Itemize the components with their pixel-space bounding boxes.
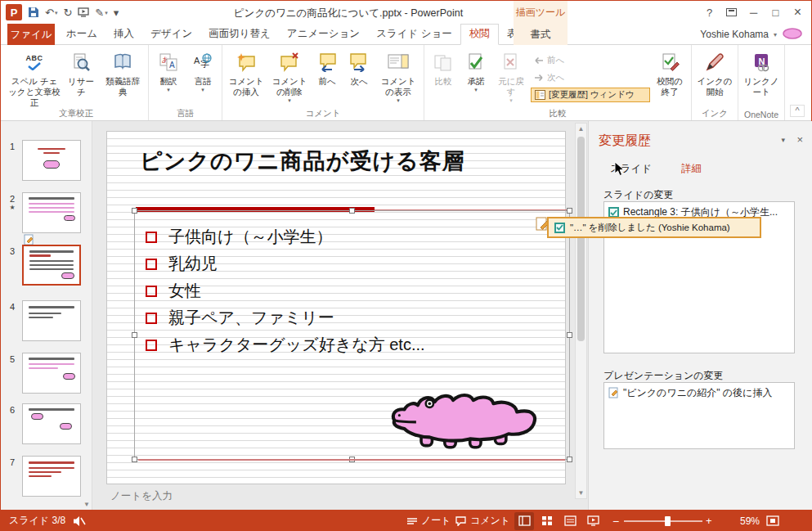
revert-button[interactable]: 元に戻す▾ [492, 47, 530, 108]
scroll-up-icon[interactable]: ▲ [578, 125, 585, 133]
reviewing-pane-button[interactable]: [変更履歴] ウィンドウ [531, 88, 650, 102]
mouse-cursor [614, 161, 625, 177]
fit-slide-to-window-button[interactable] [766, 510, 779, 531]
notes-input[interactable]: ノートを入力 [110, 489, 173, 503]
tab-slideshow[interactable]: スライド ショー [368, 24, 460, 45]
language-button[interactable]: A字 言語▾ [186, 47, 219, 108]
thumbnail-preview [22, 245, 81, 286]
slide-sorter-view-button[interactable] [537, 512, 557, 530]
zoom-in-button[interactable]: + [706, 510, 712, 531]
delete-comment-button[interactable]: コメントの削除▾ [268, 47, 311, 108]
slide-thumbnail-2[interactable]: 2★ [6, 192, 81, 233]
slide-thumbnail-5[interactable]: 5 [6, 353, 81, 394]
pen-icon[interactable]: ✎▾ [95, 7, 107, 18]
spell-check-button[interactable]: ABC スペル チェックと文章校正 [7, 47, 62, 108]
next-comment-button[interactable]: 次へ [343, 47, 375, 108]
slide-thumbnail-7[interactable]: 7 [6, 456, 81, 497]
user-account[interactable]: Yoshie Kohama ▾ [700, 24, 803, 45]
next-change-button[interactable]: 次へ [531, 70, 650, 85]
notes-toggle[interactable]: ノート [407, 510, 451, 531]
resize-handle[interactable] [132, 332, 137, 338]
presentation-change-item[interactable]: "ピンクのワニの紹介" の後に挿入 [608, 387, 790, 399]
tab-home[interactable]: ホーム [58, 24, 105, 45]
reviewing-pane-label: [変更履歴] ウィンドウ [549, 89, 634, 101]
resize-handle[interactable] [132, 208, 137, 214]
research-button[interactable]: リサーチ [63, 47, 99, 108]
tab-insert[interactable]: 挿入 [105, 24, 142, 45]
pane-close-icon[interactable]: × [796, 133, 803, 146]
zoom-slider[interactable] [624, 510, 702, 531]
redo-icon[interactable]: ↻ [63, 7, 72, 18]
pink-crocodile-drawing[interactable] [389, 371, 541, 452]
thesaurus-icon [113, 50, 132, 74]
tab-transitions[interactable]: 画面切り替え [200, 24, 279, 45]
slide-thumbnail-3[interactable]: 3 [6, 245, 81, 286]
collapse-ribbon-icon[interactable]: ^ [790, 105, 805, 117]
language-label: 言語 [195, 76, 212, 87]
svg-text:A: A [194, 56, 200, 65]
start-inking-button[interactable]: インクの開始 [694, 47, 735, 108]
pane-options-icon[interactable]: ▾ [781, 136, 785, 144]
thumbnail-scroll-down-icon[interactable]: ▼ [83, 501, 90, 508]
tab-format[interactable]: 書式 [514, 24, 568, 45]
comments-toggle[interactable]: コメント [455, 510, 510, 531]
resize-handle[interactable] [132, 457, 137, 462]
compare-button[interactable]: 比較 [427, 47, 460, 108]
thesaurus-button[interactable]: 類義語辞典 [100, 47, 146, 108]
zoom-out-button[interactable]: − [612, 510, 619, 531]
slide-thumbnail-6[interactable]: 6 [6, 403, 81, 444]
accept-button[interactable]: 承諾▾ [460, 47, 491, 108]
zoom-percentage[interactable]: 59% [727, 510, 760, 531]
undo-icon[interactable]: ↶▾ [45, 7, 57, 18]
window-controls: ? ─ □ × [698, 1, 809, 24]
spell-check-label: スペル チェックと文章校正 [8, 76, 61, 108]
customize-qat-icon[interactable]: ▾ [114, 7, 119, 18]
resize-handle[interactable] [567, 457, 572, 462]
bullet-item: 女性 [146, 277, 425, 304]
minimize-icon[interactable]: ─ [742, 2, 765, 22]
slide-editing-area[interactable]: ピンクのワニ商品が受ける客層 子供向け（～小学生） 乳幼児 女性 親子ペア、ファ… [107, 132, 565, 484]
pen-glyph: ✎ [95, 7, 104, 18]
ribbon-display-options-icon[interactable] [720, 2, 742, 22]
normal-view-button[interactable] [514, 512, 534, 530]
revisions-pane: 変更履歴 ▾ × スライド 詳細 スライドの変更 Rectangle 3: 子供… [588, 121, 812, 510]
powerpoint-logo-icon[interactable]: P [6, 4, 22, 20]
slideshow-button[interactable] [583, 512, 603, 530]
tab-details[interactable]: 詳細 [681, 162, 702, 176]
end-review-button[interactable]: 校閲の終了 [651, 47, 689, 108]
close-icon[interactable]: × [787, 2, 809, 22]
reading-view-button[interactable] [560, 512, 580, 530]
new-comment-button[interactable]: コメントの挿入 [225, 47, 267, 108]
bullet-list[interactable]: 子供向け（～小学生） 乳幼児 女性 親子ペア、ファミリー キャラクターグッズ好き… [146, 223, 425, 358]
save-icon[interactable] [28, 7, 39, 18]
resize-handle[interactable] [567, 208, 572, 214]
slide-thumbnail-4[interactable]: 4 [6, 300, 81, 341]
canvas-scrollbar[interactable]: ▲ ▼ [575, 123, 587, 499]
tab-review[interactable]: 校閲 [460, 24, 499, 45]
translate-button[interactable]: あA 翻訳▾ [151, 47, 186, 108]
previous-change-button[interactable]: 前へ [531, 53, 650, 68]
mute-icon[interactable] [73, 510, 86, 531]
revision-tooltip[interactable]: "…" を削除しました (Yoshie Kohama) [547, 217, 761, 238]
previous-comment-button[interactable]: 前へ [312, 47, 343, 108]
maximize-icon[interactable]: □ [765, 2, 787, 22]
resize-handle[interactable] [349, 208, 355, 214]
tab-design[interactable]: デザイン [142, 24, 200, 45]
resize-handle[interactable] [567, 332, 572, 338]
slide-thumbnail-1[interactable]: 1 [6, 140, 81, 181]
scroll-down-icon[interactable]: ▼ [578, 489, 585, 497]
help-icon[interactable]: ? [698, 2, 720, 22]
checkbox-bullet-icon [146, 259, 157, 270]
presentation-changes-list[interactable]: "ピンクのワニの紹介" の後に挿入 [603, 382, 795, 449]
slide-title[interactable]: ピンクのワニ商品が受ける客層 [140, 146, 465, 176]
zoom-slider-thumb[interactable] [665, 516, 671, 526]
user-name: Yoshie Kohama [700, 29, 769, 40]
scrollbar-thumb[interactable] [577, 137, 585, 341]
show-comments-button[interactable]: コメントの表示▾ [375, 47, 421, 108]
linked-notes-label: リンクノート [742, 76, 780, 97]
tab-file[interactable]: ファイル [7, 24, 55, 45]
tab-animations[interactable]: アニメーション [279, 24, 368, 45]
linked-notes-button[interactable]: N リンクノート [741, 47, 782, 108]
slideshow-start-icon[interactable] [78, 7, 89, 17]
change-checkbox-icon[interactable] [554, 223, 565, 233]
